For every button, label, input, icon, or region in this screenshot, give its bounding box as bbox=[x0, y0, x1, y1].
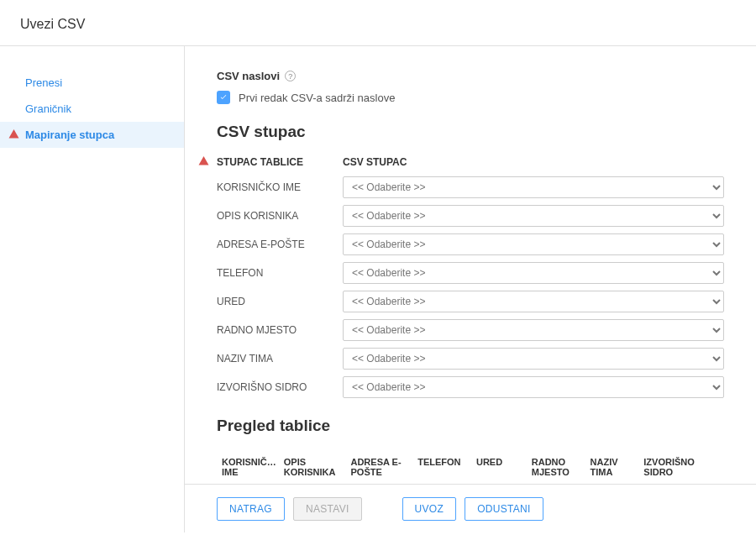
preview-col-header: OPIS KORISNIKA bbox=[284, 457, 351, 477]
mapping-row-select[interactable]: << Odaberite >> bbox=[343, 176, 724, 198]
cancel-button[interactable]: ODUSTANI bbox=[465, 497, 543, 521]
mapping-row-label: IZVORIŠNO SIDRO bbox=[217, 381, 343, 393]
main-content: CSV naslovi ? Prvi redak CSV-a sadrži na… bbox=[185, 46, 756, 484]
wizard-footer: NATRAG NASTAVI UVOZ ODUSTANI bbox=[185, 484, 756, 532]
csv-headers-label: CSV naslovi ? bbox=[217, 70, 724, 82]
mapping-row-label: KORISNIČKO IME bbox=[217, 181, 343, 193]
preview-col-header: ADRESA E-POŠTE bbox=[350, 457, 417, 477]
preview-col-header: KORISNIČ… IME bbox=[222, 457, 284, 477]
mapping-row-select[interactable]: << Odaberite >> bbox=[343, 262, 724, 284]
preview-col-header: RADNO MJESTO bbox=[532, 457, 591, 477]
sidebar-item-column-mapping[interactable]: Mapiranje stupca bbox=[0, 122, 184, 148]
mapping-row: RADNO MJESTO<< Odaberite >> bbox=[217, 319, 724, 341]
dialog-title: Uvezi CSV bbox=[0, 0, 756, 45]
mapping-row-label: RADNO MJESTO bbox=[217, 324, 343, 336]
sidebar-item-label: Graničnik bbox=[25, 102, 71, 115]
mapping-row: TELEFON<< Odaberite >> bbox=[217, 262, 724, 284]
check-icon bbox=[219, 93, 228, 102]
help-icon[interactable]: ? bbox=[285, 71, 296, 81]
table-column-header: STUPAC TABLICE bbox=[217, 156, 343, 168]
sidebar-item-delimiter[interactable]: Graničnik bbox=[0, 96, 184, 122]
import-button[interactable]: UVOZ bbox=[402, 497, 457, 521]
wizard-steps-sidebar: Prenesi Graničnik Mapiranje stupca bbox=[0, 46, 185, 532]
mapping-row-select[interactable]: << Odaberite >> bbox=[343, 205, 724, 227]
preview-col-header: TELEFON bbox=[417, 457, 476, 477]
mapping-row: NAZIV TIMA<< Odaberite >> bbox=[217, 348, 724, 370]
mapping-row-label: URED bbox=[217, 296, 343, 307]
next-button: NASTAVI bbox=[293, 497, 362, 521]
mapping-row-label: ADRESA E-POŠTE bbox=[217, 239, 343, 250]
preview-col-header: URED bbox=[476, 457, 532, 477]
mapping-row-label: NAZIV TIMA bbox=[217, 353, 343, 365]
mapping-row: KORISNIČKO IME<< Odaberite >> bbox=[217, 176, 724, 198]
first-row-headers-checkbox[interactable] bbox=[217, 91, 230, 104]
mapping-row: URED<< Odaberite >> bbox=[217, 291, 724, 312]
csv-column-header: CSV STUPAC bbox=[343, 156, 407, 168]
preview-table: KORISNIČ… IME OPIS KORISNIKA ADRESA E-PO… bbox=[217, 450, 724, 484]
mapping-row: OPIS KORISNIKA<< Odaberite >> bbox=[217, 205, 724, 227]
sidebar-item-upload[interactable]: Prenesi bbox=[0, 70, 184, 96]
mapping-row-select[interactable]: << Odaberite >> bbox=[343, 233, 724, 255]
mapping-row-select[interactable]: << Odaberite >> bbox=[343, 348, 724, 370]
sidebar-item-label: Mapiranje stupca bbox=[25, 129, 114, 141]
mapping-row: ADRESA E-POŠTE<< Odaberite >> bbox=[217, 233, 724, 255]
mapping-row-label: TELEFON bbox=[217, 267, 343, 279]
preview-col-header: IZVORIŠNO SIDRO bbox=[643, 457, 719, 477]
preview-title: Pregled tablice bbox=[217, 417, 724, 435]
mapping-row-select[interactable]: << Odaberite >> bbox=[343, 319, 724, 341]
preview-col-header: NAZIV TIMA bbox=[591, 457, 644, 477]
sidebar-item-label: Prenesi bbox=[25, 76, 62, 89]
warning-icon bbox=[8, 129, 19, 142]
warning-icon bbox=[198, 155, 209, 169]
back-button[interactable]: NATRAG bbox=[217, 497, 285, 521]
mapping-row-select[interactable]: << Odaberite >> bbox=[343, 376, 724, 398]
section-label-text: CSV naslovi bbox=[217, 70, 280, 82]
mapping-row-label: OPIS KORISNIKA bbox=[217, 210, 343, 222]
checkbox-label: Prvi redak CSV-a sadrži naslove bbox=[239, 92, 395, 104]
csv-column-title: CSV stupac bbox=[217, 123, 724, 141]
mapping-row-select[interactable]: << Odaberite >> bbox=[343, 291, 724, 312]
mapping-row: IZVORIŠNO SIDRO<< Odaberite >> bbox=[217, 376, 724, 398]
